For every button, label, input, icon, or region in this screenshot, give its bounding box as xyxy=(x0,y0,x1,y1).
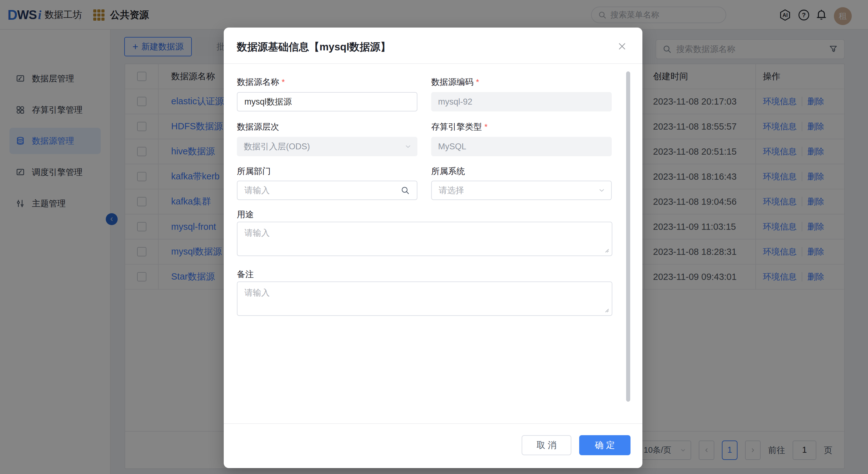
confirm-button[interactable]: 确 定 xyxy=(579,435,630,455)
code-field-disabled xyxy=(431,92,612,112)
field-label-code: 数据源编码* xyxy=(431,77,479,88)
resize-grip-icon[interactable] xyxy=(604,248,609,253)
field-label-engine: 存算引擎类型* xyxy=(431,121,488,132)
purpose-textarea[interactable] xyxy=(237,221,612,256)
resize-grip-icon[interactable] xyxy=(604,308,609,313)
modal-header-divider xyxy=(224,63,642,64)
layer-select-disabled: 数据引入层(ODS) xyxy=(237,137,417,156)
modal-title: 数据源基础信息【mysql数据源】 xyxy=(237,40,391,54)
remark-textarea[interactable] xyxy=(237,282,612,316)
field-label-department: 所属部门 xyxy=(237,166,271,177)
department-input[interactable] xyxy=(237,181,417,200)
field-label-name: 数据源名称* xyxy=(237,77,285,88)
field-label-system: 所属系统 xyxy=(431,166,465,177)
required-mark: * xyxy=(485,122,488,131)
chevron-down-icon xyxy=(404,143,412,150)
search-icon[interactable] xyxy=(401,186,410,195)
chevron-down-icon xyxy=(598,186,606,194)
name-field[interactable] xyxy=(237,92,417,112)
close-icon xyxy=(617,42,627,51)
field-label-remark: 备注 xyxy=(237,269,254,280)
cancel-button[interactable]: 取 消 xyxy=(522,435,571,455)
engine-field-disabled xyxy=(431,137,612,156)
modal-close-button[interactable] xyxy=(616,41,628,52)
app-root: DWSi 数据工坊 公共资源 搜索菜单名称 AI ? xyxy=(0,0,868,474)
modal-footer-divider xyxy=(224,423,642,424)
required-mark: * xyxy=(282,77,285,87)
required-mark: * xyxy=(476,77,479,87)
field-label-layer: 数据源层次 xyxy=(237,121,279,132)
system-select[interactable]: 请选择 xyxy=(431,181,612,200)
field-label-purpose: 用途 xyxy=(237,209,254,220)
datasource-info-modal: 数据源基础信息【mysql数据源】 数据源名称* 数据源编码* 数据源层次 数据… xyxy=(224,28,642,468)
modal-scrollbar-thumb[interactable] xyxy=(626,71,630,402)
